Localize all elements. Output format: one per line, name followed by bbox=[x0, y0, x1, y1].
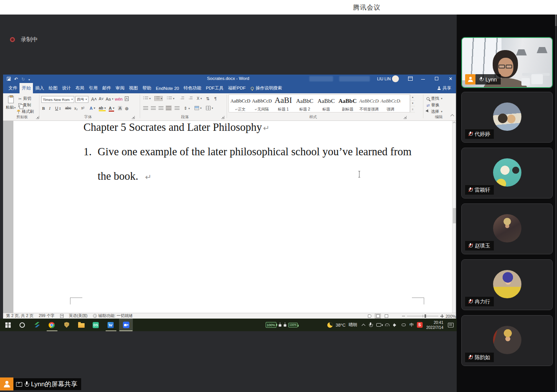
bold-icon[interactable]: B bbox=[42, 106, 45, 111]
tray-volume-icon[interactable] bbox=[393, 323, 398, 327]
sort-icon[interactable] bbox=[206, 96, 209, 101]
weather-moon-icon[interactable] bbox=[327, 322, 333, 328]
taskbar-file-explorer[interactable] bbox=[75, 319, 88, 331]
font-dialog-launcher-icon[interactable] bbox=[132, 116, 135, 119]
tray-camera-icon[interactable] bbox=[376, 323, 381, 327]
read-mode-button[interactable] bbox=[366, 314, 372, 319]
copy-button[interactable]: 复制 bbox=[18, 102, 31, 108]
tab-help[interactable]: 帮助 bbox=[140, 83, 154, 93]
tab-file[interactable]: 文件 bbox=[6, 83, 20, 93]
tab-foxit-pdf[interactable]: 福昕PDF bbox=[226, 83, 248, 93]
maximize-button[interactable] bbox=[435, 77, 438, 80]
font-name-select[interactable]: Times New Rom▾ bbox=[41, 96, 74, 103]
style-no-spacing[interactable]: AaBbCcDc↵无间隔 bbox=[252, 96, 272, 112]
align-center-icon[interactable] bbox=[151, 106, 156, 110]
change-case-icon[interactable]: Aa bbox=[106, 97, 113, 101]
style-subtitle[interactable]: AaBbC副标题 bbox=[338, 96, 358, 112]
bullets-icon[interactable] bbox=[143, 96, 151, 101]
undo-icon[interactable] bbox=[14, 75, 18, 82]
share-button[interactable]: 共享 bbox=[438, 83, 451, 93]
vertical-scrollbar[interactable] bbox=[452, 121, 456, 313]
asian-layout-icon[interactable]: X bbox=[197, 96, 202, 101]
shrink-font-icon[interactable]: A˅ bbox=[99, 97, 104, 101]
zoom-in-icon[interactable] bbox=[440, 314, 444, 318]
paste-button[interactable]: 粘贴 bbox=[5, 95, 17, 114]
participant-tile-lynn[interactable]: Lynn bbox=[461, 37, 553, 88]
word-count[interactable]: 299 个字 bbox=[39, 313, 54, 319]
distribute-icon[interactable] bbox=[175, 106, 180, 110]
tab-home[interactable]: 开始 bbox=[20, 83, 33, 93]
style-subtle-emphasis[interactable]: AaBbCcDt不明显强调 bbox=[359, 96, 379, 112]
scrollbar-thumb[interactable] bbox=[453, 208, 456, 223]
align-right-icon[interactable] bbox=[158, 106, 163, 110]
italic-icon[interactable]: I bbox=[49, 106, 51, 111]
character-border-icon[interactable]: A bbox=[125, 96, 129, 101]
tab-view[interactable]: 视图 bbox=[127, 83, 140, 93]
grow-font-icon[interactable]: A˄ bbox=[91, 97, 97, 102]
tray-microphone-icon[interactable] bbox=[369, 322, 372, 328]
decrease-indent-icon[interactable] bbox=[179, 96, 184, 101]
taskbar-word[interactable]: W bbox=[104, 319, 117, 331]
paragraph-dialog-launcher-icon[interactable] bbox=[221, 116, 224, 119]
zoom-level[interactable]: 200% bbox=[446, 314, 456, 319]
style-emphasis[interactable]: AaBbCcDt强调 bbox=[381, 96, 400, 112]
scroll-up-icon[interactable] bbox=[453, 122, 456, 124]
tab-design[interactable]: 设计 bbox=[60, 83, 73, 93]
styles-gallery-scroll[interactable]: ▲▼≡ bbox=[410, 94, 415, 112]
justify-icon[interactable] bbox=[166, 106, 171, 110]
tab-endnote[interactable]: EndNote 20 bbox=[154, 83, 181, 93]
style-title[interactable]: AaBbC标题 bbox=[316, 96, 336, 112]
tray-network-icon[interactable] bbox=[385, 324, 389, 326]
find-button[interactable]: 查找 bbox=[426, 96, 443, 101]
weather-condition[interactable]: 晴朗 bbox=[349, 322, 358, 328]
zoom-slider-thumb[interactable] bbox=[425, 314, 426, 318]
tab-layout[interactable]: 布局 bbox=[73, 83, 87, 93]
zoom-out-icon[interactable] bbox=[402, 316, 405, 317]
account-name[interactable]: LIU LIN bbox=[377, 76, 391, 81]
style-heading2[interactable]: AaBbC标题 2 bbox=[295, 96, 315, 112]
tab-draw[interactable]: 绘图 bbox=[46, 83, 60, 93]
superscript-icon[interactable]: x² bbox=[81, 106, 84, 110]
replace-button[interactable]: 替换 bbox=[426, 102, 439, 108]
borders-icon[interactable] bbox=[206, 106, 213, 110]
underline-icon[interactable]: U bbox=[55, 106, 60, 111]
tab-features[interactable]: 特色功能 bbox=[181, 83, 204, 93]
numbering-icon[interactable] bbox=[155, 96, 162, 101]
zoom-slider[interactable] bbox=[407, 316, 438, 316]
enclose-characters-icon[interactable]: ⊕ bbox=[125, 106, 129, 111]
tab-review[interactable]: 审阅 bbox=[113, 83, 127, 93]
sidebar-scrollbar-thumb[interactable] bbox=[555, 15, 557, 26]
tray-link-icon[interactable] bbox=[402, 324, 406, 326]
taskbar-clock[interactable]: 20:412022/7/14 bbox=[426, 320, 444, 330]
taskbar-ds-app[interactable]: DS bbox=[89, 319, 102, 331]
multilevel-list-icon[interactable] bbox=[167, 96, 175, 101]
battery-indicator-2[interactable]: 100% bbox=[288, 323, 298, 327]
language-indicator[interactable]: 英语(美国) bbox=[69, 313, 88, 319]
tab-insert[interactable]: 插入 bbox=[33, 83, 46, 93]
phonetic-guide-icon[interactable]: wén bbox=[115, 97, 123, 101]
ribbon-display-options-icon[interactable] bbox=[408, 76, 413, 81]
font-size-select[interactable]: 四号▾ bbox=[75, 96, 88, 103]
tab-mailings[interactable]: 邮件 bbox=[100, 83, 113, 93]
increase-indent-icon[interactable] bbox=[188, 96, 193, 101]
taskbar-meeting[interactable] bbox=[119, 319, 132, 331]
text-effects-icon[interactable]: A bbox=[90, 106, 95, 111]
strikethrough-icon[interactable]: abc bbox=[65, 106, 71, 110]
align-left-icon[interactable] bbox=[143, 106, 148, 110]
cortana-button[interactable] bbox=[16, 319, 29, 331]
participant-tile[interactable]: 陈韵如 bbox=[461, 315, 553, 366]
ime-indicator[interactable]: 中 bbox=[410, 322, 414, 328]
line-spacing-icon[interactable] bbox=[184, 106, 190, 111]
battery-indicator[interactable]: 100% bbox=[266, 322, 276, 328]
taskbar-chrome[interactable] bbox=[45, 319, 58, 331]
style-normal[interactable]: AaBbCcDc↵正文 bbox=[230, 96, 250, 112]
print-layout-button[interactable] bbox=[375, 314, 381, 319]
page-indicator[interactable]: 第 2 页, 共 2 页 bbox=[6, 313, 33, 319]
participant-tile[interactable]: 赵璞玉 bbox=[461, 203, 553, 254]
account-avatar[interactable] bbox=[392, 75, 399, 82]
clipboard-dialog-launcher-icon[interactable] bbox=[36, 116, 39, 119]
web-layout-button[interactable] bbox=[383, 314, 389, 319]
tell-me-search[interactable]: 操作说明搜索 bbox=[248, 83, 285, 93]
tray-expand-icon[interactable] bbox=[361, 324, 365, 327]
action-center-icon[interactable] bbox=[448, 323, 454, 327]
